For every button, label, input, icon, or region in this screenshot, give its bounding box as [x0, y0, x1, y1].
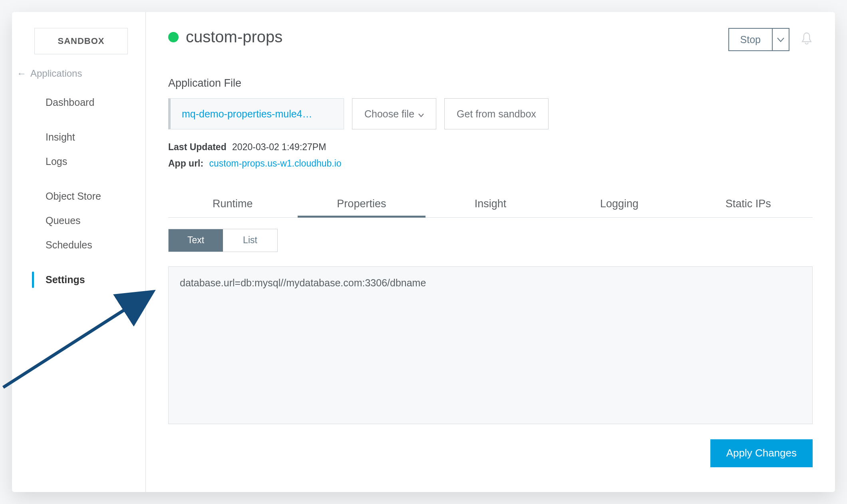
- apply-changes-button[interactable]: Apply Changes: [710, 439, 813, 467]
- view-toggle-label: List: [243, 235, 257, 246]
- tab-label: Logging: [600, 198, 638, 210]
- application-file-row: mq-demo-properties-mule4… Choose file Ge…: [168, 98, 813, 129]
- main-panel: custom-props Stop Applicati: [146, 12, 835, 492]
- application-file-heading: Application File: [168, 77, 813, 89]
- stop-button[interactable]: Stop: [729, 29, 772, 50]
- sidebar-item-dashboard[interactable]: Dashboard: [12, 90, 145, 115]
- tab-label: Static IPs: [726, 198, 771, 210]
- view-toggle-list[interactable]: List: [223, 229, 277, 252]
- breadcrumb-label: Applications: [30, 68, 82, 79]
- get-from-sandbox-label: Get from sandbox: [457, 108, 536, 120]
- sidebar-item-label: Logs: [46, 156, 67, 167]
- arrow-left-icon: ←: [17, 69, 26, 78]
- properties-editor[interactable]: [168, 266, 813, 424]
- settings-tabs: Runtime Properties Insight Logging Stati…: [168, 198, 813, 218]
- notifications-bell-icon[interactable]: [801, 32, 813, 48]
- view-toggle-text[interactable]: Text: [169, 229, 223, 252]
- last-updated-label: Last Updated: [168, 142, 227, 152]
- sidebar-item-label: Dashboard: [46, 97, 94, 108]
- stop-menu-button[interactable]: [772, 29, 789, 50]
- app-meta: Last Updated 2020-03-02 1:49:27PM App ur…: [168, 139, 813, 172]
- tab-label: Insight: [475, 198, 507, 210]
- view-toggle-group: Text List: [168, 229, 278, 252]
- tab-runtime[interactable]: Runtime: [168, 198, 297, 217]
- caret-down-icon: [418, 108, 424, 120]
- sidebar-item-settings[interactable]: Settings: [12, 268, 145, 292]
- environment-label: SANDBOX: [58, 36, 104, 46]
- status-dot-icon: [168, 32, 179, 42]
- get-from-sandbox-button[interactable]: Get from sandbox: [444, 98, 549, 129]
- title-actions: Stop: [728, 28, 813, 51]
- app-name: custom-props: [186, 28, 282, 46]
- tab-label: Runtime: [213, 198, 253, 210]
- tab-label: Properties: [337, 198, 386, 210]
- sidebar-item-queues[interactable]: Queues: [12, 208, 145, 233]
- stop-button-label: Stop: [740, 34, 761, 46]
- tab-insight[interactable]: Insight: [426, 198, 555, 217]
- properties-view-toggle: Text List: [168, 229, 813, 252]
- choose-file-button[interactable]: Choose file: [352, 98, 436, 129]
- last-updated-value: 2020-03-02 1:49:27PM: [232, 142, 326, 152]
- sidebar-item-label: Queues: [46, 215, 81, 226]
- app-url-link[interactable]: custom-props.us-w1.cloudhub.io: [209, 158, 342, 169]
- sidebar-item-schedules[interactable]: Schedules: [12, 233, 145, 257]
- choose-file-label: Choose file: [364, 108, 414, 120]
- sidebar-item-insight[interactable]: Insight: [12, 125, 145, 149]
- footer: Apply Changes: [168, 439, 813, 475]
- sidebar-nav: Dashboard Insight Logs Object Store Queu…: [12, 90, 145, 292]
- tab-static-ips[interactable]: Static IPs: [684, 198, 813, 217]
- tab-logging[interactable]: Logging: [555, 198, 684, 217]
- sidebar-item-label: Object Store: [46, 190, 101, 202]
- sidebar-item-label: Schedules: [46, 239, 92, 250]
- view-toggle-label: Text: [187, 235, 204, 246]
- sidebar-item-label: Insight: [46, 131, 75, 143]
- environment-badge[interactable]: SANDBOX: [34, 28, 128, 54]
- sidebar: SANDBOX ← Applications Dashboard Insight…: [12, 12, 146, 492]
- sidebar-item-label: Settings: [46, 274, 85, 285]
- app-url-label: App url:: [168, 158, 203, 169]
- application-file-chip: mq-demo-properties-mule4…: [168, 98, 344, 129]
- app-title-row: custom-props: [168, 28, 813, 46]
- chevron-down-icon: [777, 35, 784, 44]
- breadcrumb-back[interactable]: ← Applications: [12, 65, 145, 90]
- sidebar-item-logs[interactable]: Logs: [12, 149, 145, 174]
- tab-properties[interactable]: Properties: [297, 198, 426, 217]
- stop-button-group: Stop: [728, 28, 789, 51]
- sidebar-item-object-store[interactable]: Object Store: [12, 184, 145, 208]
- apply-changes-label: Apply Changes: [726, 447, 797, 459]
- application-file-name: mq-demo-properties-mule4…: [182, 108, 312, 120]
